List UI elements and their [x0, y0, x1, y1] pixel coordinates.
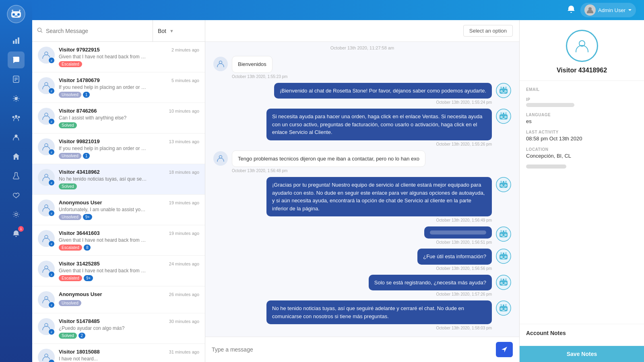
svg-point-102 [501, 282, 502, 283]
svg-point-2 [12, 13, 15, 16]
count-badge: 8 [84, 245, 91, 251]
nav-favorites[interactable] [8, 187, 25, 204]
bot-icon-avatar [496, 109, 511, 124]
conv-name: Visitor 99821019 [59, 138, 100, 144]
nav-settings[interactable] [8, 206, 25, 223]
message-time: October 13th 2020, 1:56:51 pm [436, 240, 492, 245]
message-row: Bienvenidos October 13th 2020, 1:55:23 p… [213, 56, 511, 79]
last-activity-value: 08:58 pm Oct 13th 2020 [526, 136, 638, 142]
conv-info: Visitor 31425285 24 minutes ago Given th… [59, 261, 199, 281]
visitor-msg-avatar [213, 151, 228, 166]
svg-rect-116 [502, 310, 505, 311]
detail-extra-bar [526, 165, 566, 169]
svg-point-3 [17, 13, 20, 16]
message-bubble: Tengo problemas tecnicos dijeron que me … [232, 150, 425, 167]
bot-icon-avatar [496, 226, 511, 242]
conv-tags: Unsolved [59, 300, 199, 306]
message-bubble-wrap: October 13th 2020, 1:56:51 pm [424, 226, 492, 245]
conv-info: Visitor 36441603 19 minutes ago Given th… [59, 230, 199, 251]
svg-rect-4 [14, 16, 18, 16]
svg-rect-93 [503, 253, 504, 254]
user-pill[interactable]: Admin User [580, 3, 636, 17]
message-row: October 13th 2020, 11:27:58 am [213, 44, 511, 52]
select-option-button[interactable]: Select an option [463, 25, 513, 37]
svg-point-66 [501, 185, 502, 186]
nav-automation[interactable] [8, 90, 25, 107]
bot-filter-label: Bot [158, 28, 166, 34]
list-item[interactable]: z Anonymous User 26 minutes ago Unsolved [32, 286, 205, 313]
svg-point-118 [501, 304, 502, 306]
conv-name: Anonymous User [59, 200, 102, 206]
nav-reports[interactable] [8, 71, 25, 88]
svg-rect-92 [502, 258, 505, 259]
nav-contacts[interactable] [8, 129, 25, 146]
nav-analytics[interactable] [8, 32, 25, 49]
avatar-badge: z [48, 271, 55, 278]
search-input[interactable] [46, 28, 148, 34]
svg-rect-69 [503, 181, 504, 183]
svg-point-58 [506, 113, 507, 114]
detail-email: EMAIL [526, 87, 638, 92]
conv-tags: Unsolved9+ [59, 214, 199, 220]
search-bar: Bot ▼ [32, 20, 205, 42]
svg-point-16 [14, 97, 18, 100]
account-notes-section: Account Notes [520, 324, 644, 346]
avatar-badge: z [48, 57, 55, 64]
svg-point-79 [505, 234, 506, 235]
nav-home[interactable] [8, 148, 25, 165]
location-value: Concepción, BI, CL [526, 153, 638, 159]
ip-value-bar [526, 103, 574, 107]
conv-preview: No he tenido noticias tuyas, así que seg… [59, 176, 147, 182]
status-badge: Escalated [59, 245, 82, 251]
list-item[interactable]: z Visitor 43418962 18 minutes ago No he … [32, 164, 205, 195]
send-button[interactable] [496, 342, 513, 357]
svg-rect-104 [502, 284, 505, 285]
list-item[interactable]: z Visitor 18015088 31 minutes ago I have… [32, 344, 205, 362]
list-item[interactable]: z Visitor 31425285 24 minutes ago Given … [32, 256, 205, 286]
app-logo [6, 4, 26, 24]
list-item[interactable]: z Visitor 51478485 30 minutes ago ¿Puedo… [32, 313, 205, 344]
loading-bar [430, 230, 486, 234]
list-item[interactable]: z Visitor 97922915 2 minutes ago Given t… [32, 42, 205, 72]
message-bubble [424, 226, 492, 239]
visitor-profile: Visitor 43418962 [520, 20, 644, 81]
message-row: No he tenido noticias tuyas, así que seg… [213, 300, 511, 330]
chat-topbar: Select an option [205, 20, 519, 42]
bot-filter-select[interactable]: Bot ▼ [153, 20, 205, 41]
ip-label: IP [526, 97, 638, 102]
svg-point-71 [506, 181, 507, 182]
list-item[interactable]: z Visitor 14780679 5 minutes ago If you … [32, 72, 205, 103]
nav-team[interactable] [8, 109, 25, 126]
status-badge: Escalated [59, 61, 82, 67]
bot-avatar-icon [496, 109, 511, 124]
avatar-badge: z [48, 179, 55, 186]
avatar: z [38, 169, 55, 186]
nav-chat[interactable] [8, 51, 25, 68]
chat-input[interactable] [212, 346, 492, 353]
conv-info: Visitor 43418962 18 minutes ago No he te… [59, 169, 199, 189]
avatar: z [38, 291, 55, 308]
svg-point-17 [15, 115, 17, 117]
count-badge: 9+ [83, 214, 92, 220]
header-bell-icon[interactable] [567, 5, 576, 16]
bot-avatar-icon [496, 226, 511, 242]
svg-point-23 [38, 28, 41, 32]
nav-notifications[interactable]: 1 [8, 225, 25, 242]
status-badge: Unsolved [59, 92, 81, 98]
conv-tags: Escalated8 [59, 245, 199, 251]
svg-rect-56 [503, 113, 504, 114]
list-item[interactable]: z Visitor 36441603 19 minutes ago Given … [32, 225, 205, 256]
list-item[interactable]: z Visitor 8746266 10 minutes ago Can I a… [32, 103, 205, 134]
avatar: z [38, 138, 55, 155]
conv-time: 31 minutes ago [169, 350, 199, 354]
message-bubble-wrap: Si necesita ayuda para hacer una orden, … [266, 109, 492, 146]
svg-point-57 [501, 113, 502, 114]
avatar: z [38, 349, 55, 362]
message-time: October 13th 2020, 1:57:26 pm [436, 292, 492, 296]
conv-info: Visitor 99821019 13 minutes ago If you n… [59, 138, 199, 159]
list-item[interactable]: z Anonymous User 19 minutes ago Unfortun… [32, 195, 205, 225]
save-notes-button[interactable]: Save Notes [520, 346, 644, 362]
nav-experiments[interactable] [8, 167, 25, 184]
list-item[interactable]: z Visitor 99821019 13 minutes ago If you… [32, 134, 205, 164]
body-area: Bot ▼ z Visitor 97922915 2 minutes ago G… [32, 20, 644, 362]
